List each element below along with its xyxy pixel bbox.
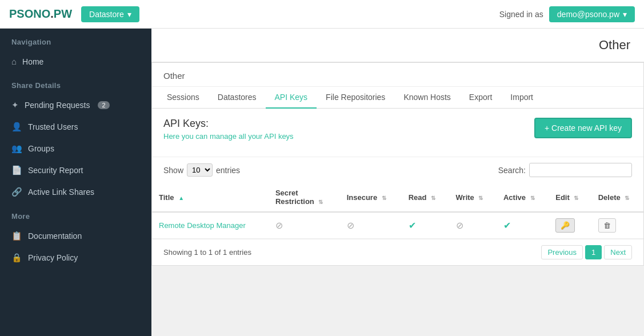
tab-import-label: Import bbox=[510, 93, 533, 102]
sort-both-icon-edit: ⇅ bbox=[574, 195, 578, 201]
ban-icon-insecure: ⊘ bbox=[347, 221, 354, 230]
delete-button[interactable]: 🗑 bbox=[598, 218, 616, 233]
cell-read: ✔ bbox=[402, 212, 449, 239]
report-icon: 📄 bbox=[11, 165, 22, 175]
sort-asc-icon: ▲ bbox=[178, 195, 184, 201]
pending-badge: 2 bbox=[98, 101, 109, 109]
logo-pw: PW bbox=[54, 7, 72, 21]
tab-sessions[interactable]: Sessions bbox=[158, 87, 209, 109]
navbar-right: Signed in as demo@psono.pw ▾ bbox=[499, 6, 635, 22]
th-title: Title ▲ bbox=[152, 183, 269, 212]
previous-button[interactable]: Previous bbox=[541, 245, 583, 259]
entry-title: Remote Desktop Manager bbox=[159, 221, 246, 230]
cell-active: ✔ bbox=[497, 212, 549, 239]
next-button[interactable]: Next bbox=[604, 245, 632, 259]
share-details-title: Share Details bbox=[0, 72, 151, 94]
tab-import[interactable]: Import bbox=[501, 87, 542, 109]
doc-icon: 📋 bbox=[11, 231, 22, 241]
active-link-shares-label: Active Link Shares bbox=[28, 187, 94, 197]
sidebar-item-home[interactable]: ⌂ Home bbox=[0, 51, 151, 72]
check-icon-read: ✔ bbox=[409, 221, 416, 230]
sidebar-item-trusted-users[interactable]: 👤 Trusted Users bbox=[0, 116, 151, 138]
cell-secret-restriction: ⊘ bbox=[269, 212, 340, 239]
tab-api-keys[interactable]: API Keys bbox=[266, 87, 317, 109]
th-read: Read ⇅ bbox=[402, 183, 449, 212]
cell-insecure: ⊘ bbox=[340, 212, 402, 239]
th-edit-label: Edit bbox=[555, 193, 570, 202]
sidebar-item-groups[interactable]: 👥 Groups bbox=[0, 138, 151, 159]
table-footer: Showing 1 to 1 of 1 entries Previous 1 N… bbox=[152, 239, 643, 265]
table-controls: Show 10 25 50 entries Search: bbox=[152, 157, 643, 183]
search-input[interactable] bbox=[529, 163, 632, 177]
page-1-button[interactable]: 1 bbox=[585, 245, 602, 259]
logo-psono: PSONO bbox=[9, 7, 50, 21]
sidebar-home-label: Home bbox=[22, 57, 43, 66]
check-icon-active: ✔ bbox=[503, 221, 511, 230]
more-section-title: More bbox=[0, 203, 151, 225]
th-secret-label: SecretRestriction bbox=[275, 189, 314, 206]
sidebar-item-active-link-shares[interactable]: 🔗 Active Link Shares bbox=[0, 181, 151, 203]
cell-edit: 🔑 bbox=[549, 212, 591, 239]
content-area: Other Other Sessions Datastores API Keys bbox=[151, 29, 644, 336]
table-header-row: Title ▲ SecretRestriction ⇅ Insecure ⇅ bbox=[152, 183, 643, 212]
sort-both-icon-read: ⇅ bbox=[431, 195, 435, 201]
tab-file-repositories-label: File Repositories bbox=[326, 93, 385, 102]
breadcrumb: Other bbox=[152, 63, 643, 87]
entries-label: entries bbox=[216, 166, 240, 175]
tab-export[interactable]: Export bbox=[460, 87, 501, 109]
th-edit: Edit ⇅ bbox=[549, 183, 591, 212]
signed-in-as-label: Signed in as bbox=[499, 10, 543, 19]
search-box: Search: bbox=[498, 163, 632, 177]
trash-icon: 🗑 bbox=[603, 221, 611, 230]
privacy-icon: 🔒 bbox=[11, 253, 22, 263]
api-keys-info: API Keys: Here you can manage all your A… bbox=[163, 118, 294, 147]
cell-title: Remote Desktop Manager bbox=[152, 212, 269, 239]
sort-both-icon-insecure: ⇅ bbox=[382, 195, 386, 201]
datastore-button[interactable]: Datastore ▾ bbox=[81, 6, 139, 22]
security-report-label: Security Report bbox=[28, 166, 83, 175]
sidebar-item-security-report[interactable]: 📄 Security Report bbox=[0, 159, 151, 181]
th-active-label: Active bbox=[503, 193, 526, 202]
link-icon: 🔗 bbox=[11, 187, 22, 197]
sidebar-item-documentation[interactable]: 📋 Documentation bbox=[0, 225, 151, 247]
user-icon: 👤 bbox=[11, 122, 22, 132]
ban-icon-write: ⊘ bbox=[456, 221, 463, 230]
table-row: Remote Desktop Manager ⊘ ⊘ ✔ bbox=[152, 212, 643, 239]
user-button[interactable]: demo@psono.pw ▾ bbox=[549, 6, 635, 22]
cell-delete: 🗑 bbox=[591, 212, 643, 239]
create-api-key-button[interactable]: + Create new API key bbox=[534, 118, 632, 138]
pending-requests-label: Pending Requests bbox=[25, 101, 90, 110]
th-active: Active ⇅ bbox=[497, 183, 549, 212]
ban-icon-secret: ⊘ bbox=[275, 221, 283, 230]
table-body: Remote Desktop Manager ⊘ ⊘ ✔ bbox=[152, 212, 643, 239]
api-keys-table: Title ▲ SecretRestriction ⇅ Insecure ⇅ bbox=[152, 183, 643, 239]
nav-section-title: Navigation bbox=[0, 29, 151, 51]
main-layout: Navigation ⌂ Home Share Details ✦ Pendin… bbox=[0, 29, 644, 336]
api-keys-header-row: API Keys: Here you can manage all your A… bbox=[163, 118, 632, 147]
sort-both-icon-delete: ⇅ bbox=[625, 195, 629, 201]
search-label: Search: bbox=[498, 166, 526, 175]
tab-file-repositories[interactable]: File Repositories bbox=[317, 87, 394, 109]
share-icon: ✦ bbox=[11, 100, 19, 110]
page-title: Other bbox=[599, 38, 630, 53]
content-body: Other Sessions Datastores API Keys File … bbox=[151, 62, 644, 336]
show-label: Show bbox=[163, 166, 183, 175]
navbar-left: PSONO . PW Datastore ▾ bbox=[9, 6, 139, 22]
dropdown-icon: ▾ bbox=[127, 10, 131, 19]
th-insecure: Insecure ⇅ bbox=[340, 183, 402, 212]
edit-button[interactable]: 🔑 bbox=[555, 218, 575, 233]
sidebar-item-privacy-policy[interactable]: 🔒 Privacy Policy bbox=[0, 247, 151, 269]
tab-datastores[interactable]: Datastores bbox=[209, 87, 266, 109]
trusted-users-label: Trusted Users bbox=[28, 122, 78, 131]
datastore-label: Datastore bbox=[89, 10, 124, 19]
th-delete-label: Delete bbox=[598, 193, 621, 202]
api-keys-title: API Keys: bbox=[163, 118, 294, 130]
key-icon: 🔑 bbox=[561, 221, 570, 230]
sidebar: Navigation ⌂ Home Share Details ✦ Pendin… bbox=[0, 29, 151, 336]
sidebar-item-pending-requests[interactable]: ✦ Pending Requests 2 bbox=[0, 94, 151, 116]
tab-known-hosts[interactable]: Known Hosts bbox=[394, 87, 459, 109]
th-title-label: Title bbox=[159, 193, 174, 202]
api-keys-section: API Keys: Here you can manage all your A… bbox=[152, 109, 643, 157]
user-dropdown-icon: ▾ bbox=[623, 10, 627, 19]
entries-select[interactable]: 10 25 50 bbox=[187, 163, 213, 177]
